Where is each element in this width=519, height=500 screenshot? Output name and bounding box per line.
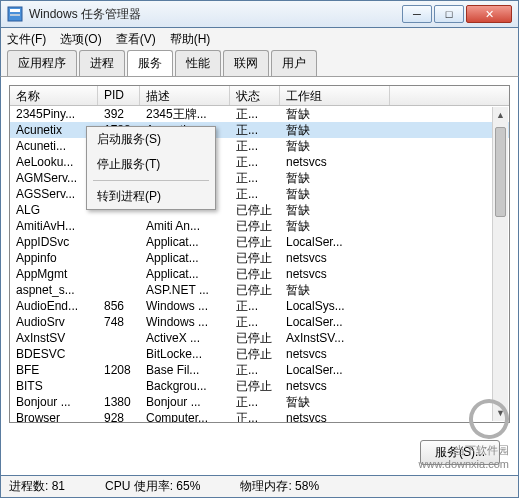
cell-name: BFE xyxy=(10,362,98,378)
col-header-state[interactable]: 状态 xyxy=(230,86,280,105)
cell-state: 正... xyxy=(230,106,280,122)
cell-state: 已停止 xyxy=(230,346,280,362)
table-row[interactable]: AxInstSVActiveX ...已停止AxInstSV... xyxy=(10,330,509,346)
cell-desc: Base Fil... xyxy=(140,362,230,378)
status-processes: 进程数: 81 xyxy=(9,478,65,495)
ctx-start-service[interactable]: 启动服务(S) xyxy=(87,127,215,152)
cell-name: Acunetix xyxy=(10,122,98,138)
cell-desc: ActiveX ... xyxy=(140,330,230,346)
cell-state: 正... xyxy=(230,314,280,330)
tab-users[interactable]: 用户 xyxy=(271,50,317,76)
list-rows: 2345Piny...3922345王牌...正...暂缺Acunetix178… xyxy=(10,106,509,423)
table-row[interactable]: aspnet_s...ASP.NET ...已停止暂缺 xyxy=(10,282,509,298)
cell-desc: Bonjour ... xyxy=(140,394,230,410)
cell-group: netsvcs xyxy=(280,410,390,423)
table-row[interactable]: AmitiAvH...Amiti An...已停止暂缺 xyxy=(10,218,509,234)
cell-state: 正... xyxy=(230,154,280,170)
tab-applications[interactable]: 应用程序 xyxy=(7,50,77,76)
cell-group: netsvcs xyxy=(280,346,390,362)
cell-state: 正... xyxy=(230,298,280,314)
tab-networking[interactable]: 联网 xyxy=(223,50,269,76)
table-row[interactable]: 2345Piny...3922345王牌...正...暂缺 xyxy=(10,106,509,122)
col-header-group[interactable]: 工作组 xyxy=(280,86,390,105)
cell-state: 正... xyxy=(230,186,280,202)
menubar: 文件(F) 选项(O) 查看(V) 帮助(H) xyxy=(0,28,519,50)
cell-pid xyxy=(98,218,140,234)
col-header-name[interactable]: 名称 xyxy=(10,86,98,105)
table-row[interactable]: Acuneti...正...暂缺 xyxy=(10,138,509,154)
scroll-thumb[interactable] xyxy=(495,127,506,217)
maximize-button[interactable]: □ xyxy=(434,5,464,23)
menu-view[interactable]: 查看(V) xyxy=(116,31,156,48)
window-buttons: ─ □ ✕ xyxy=(402,5,512,23)
cell-desc: Applicat... xyxy=(140,250,230,266)
col-header-pid[interactable]: PID xyxy=(98,86,140,105)
table-row[interactable]: AudioSrv748Windows ...正...LocalSer... xyxy=(10,314,509,330)
tab-performance[interactable]: 性能 xyxy=(175,50,221,76)
cell-desc: Amiti An... xyxy=(140,218,230,234)
ctx-stop-service[interactable]: 停止服务(T) xyxy=(87,152,215,177)
menu-help[interactable]: 帮助(H) xyxy=(170,31,211,48)
scroll-down-icon[interactable]: ▼ xyxy=(493,405,508,421)
menu-file[interactable]: 文件(F) xyxy=(7,31,46,48)
content-panel: 名称 PID 描述 状态 工作组 2345Piny...3922345王牌...… xyxy=(0,76,519,476)
cell-group: LocalSer... xyxy=(280,234,390,250)
table-row[interactable]: BFE1208Base Fil...正...LocalSer... xyxy=(10,362,509,378)
cell-group: AxInstSV... xyxy=(280,330,390,346)
table-row[interactable]: Browser928Computer...正...netsvcs xyxy=(10,410,509,423)
table-row[interactable]: Bonjour ...1380Bonjour ...正...暂缺 xyxy=(10,394,509,410)
scroll-up-icon[interactable]: ▲ xyxy=(493,107,508,123)
table-row[interactable]: BDESVCBitLocke...已停止netsvcs xyxy=(10,346,509,362)
cell-state: 已停止 xyxy=(230,282,280,298)
cell-state: 已停止 xyxy=(230,378,280,394)
cell-group: LocalSys... xyxy=(280,298,390,314)
minimize-button[interactable]: ─ xyxy=(402,5,432,23)
cell-name: AeLooku... xyxy=(10,154,98,170)
table-row[interactable]: AppIDSvcApplicat...已停止LocalSer... xyxy=(10,234,509,250)
table-row[interactable]: Acunetix1788Acunetix正...暂缺 xyxy=(10,122,509,138)
svg-rect-1 xyxy=(10,9,20,12)
list-header: 名称 PID 描述 状态 工作组 xyxy=(10,86,509,106)
cell-name: BITS xyxy=(10,378,98,394)
cell-pid: 392 xyxy=(98,106,140,122)
ctx-separator xyxy=(93,180,209,181)
ctx-goto-process[interactable]: 转到进程(P) xyxy=(87,184,215,209)
cell-state: 已停止 xyxy=(230,218,280,234)
status-memory: 物理内存: 58% xyxy=(240,478,319,495)
table-row[interactable]: BITSBackgrou...已停止netsvcs xyxy=(10,378,509,394)
context-menu: 启动服务(S) 停止服务(T) 转到进程(P) xyxy=(86,126,216,210)
services-button[interactable]: 服务(S)... xyxy=(420,440,500,465)
cell-state: 正... xyxy=(230,122,280,138)
cell-pid: 1208 xyxy=(98,362,140,378)
table-row[interactable]: AGSServ...正...暂缺 xyxy=(10,186,509,202)
cell-name: 2345Piny... xyxy=(10,106,98,122)
statusbar: 进程数: 81 CPU 使用率: 65% 物理内存: 58% xyxy=(0,476,519,498)
cell-state: 已停止 xyxy=(230,330,280,346)
menu-options[interactable]: 选项(O) xyxy=(60,31,101,48)
tab-processes[interactable]: 进程 xyxy=(79,50,125,76)
cell-pid: 928 xyxy=(98,410,140,423)
table-row[interactable]: AGMServ...正...暂缺 xyxy=(10,170,509,186)
cell-pid: 1380 xyxy=(98,394,140,410)
table-row[interactable]: AeLooku...正...netsvcs xyxy=(10,154,509,170)
cell-pid xyxy=(98,378,140,394)
close-button[interactable]: ✕ xyxy=(466,5,512,23)
cell-group: 暂缺 xyxy=(280,202,390,218)
svg-rect-2 xyxy=(10,14,20,16)
table-row[interactable]: ALG已停止暂缺 xyxy=(10,202,509,218)
cell-group: LocalSer... xyxy=(280,362,390,378)
table-row[interactable]: AudioEnd...856Windows ...正...LocalSys... xyxy=(10,298,509,314)
services-list: 名称 PID 描述 状态 工作组 2345Piny...3922345王牌...… xyxy=(9,85,510,423)
cell-state: 正... xyxy=(230,394,280,410)
cell-pid xyxy=(98,330,140,346)
table-row[interactable]: AppinfoApplicat...已停止netsvcs xyxy=(10,250,509,266)
table-row[interactable]: AppMgmtApplicat...已停止netsvcs xyxy=(10,266,509,282)
cell-group: 暂缺 xyxy=(280,122,390,138)
tab-services[interactable]: 服务 xyxy=(127,50,173,76)
vertical-scrollbar[interactable]: ▲ ▼ xyxy=(492,107,508,421)
col-header-desc[interactable]: 描述 xyxy=(140,86,230,105)
cell-state: 正... xyxy=(230,138,280,154)
cell-pid xyxy=(98,250,140,266)
cell-group: netsvcs xyxy=(280,378,390,394)
cell-state: 正... xyxy=(230,362,280,378)
